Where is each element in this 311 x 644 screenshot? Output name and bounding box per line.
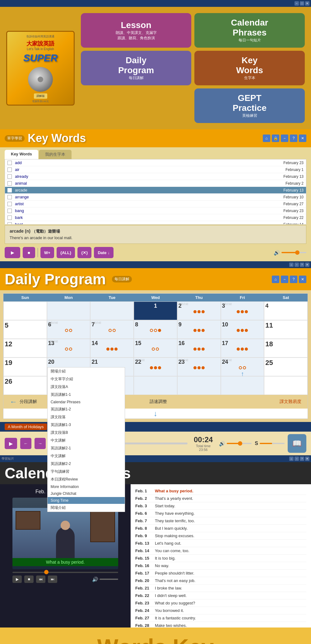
dropdown-item-4[interactable]: 英語講解1-1 [48,391,125,399]
phrase-item-23[interactable]: Feb. 23 What do you suggest? [135,599,306,607]
cal-cell-18[interactable]: 18 [264,339,308,358]
dropdown-item-3[interactable]: 課文段落A [48,383,125,391]
list-item[interactable]: animal February 2 [5,180,306,187]
minimize-icon[interactable]: − [295,1,299,6]
home-icon[interactable]: ⌂ [263,135,270,142]
cal-cell-7[interactable]: 活動介紹 7 [90,320,134,339]
cp-home-icon[interactable]: ⌂ [289,457,294,461]
list-item-arcade[interactable]: arcade February 13 [5,187,306,194]
cp-vol-track[interactable] [100,579,118,580]
dropdown-item-5[interactable]: Calendar Phrases [48,399,125,405]
list-item[interactable]: add February 23 [5,159,306,166]
list-item[interactable]: beat February 14 [5,221,306,225]
cp-minimize-icon[interactable]: − [295,457,299,461]
dropdown-item-10[interactable]: 中文講解 [48,437,125,444]
cal-cell-1[interactable]: 1 [134,301,177,320]
dropdown-item-13[interactable]: 英語講解2-2 [48,460,125,468]
list-item[interactable]: bark February 22 [5,214,306,221]
cal-cell-4[interactable]: 4 [264,301,308,320]
dp-dropdown-menu[interactable]: 開場介紹 中文單字介紹 課文段落A 英語講解1-1 Calendar Phras… [47,367,125,512]
cal-cell-16[interactable]: 16 [177,339,221,358]
kw-list-container[interactable]: add February 23 air February 1 already F… [5,159,306,225]
phrase-item-2[interactable]: Feb. 2 That's a yearly event. [135,495,306,502]
dropdown-item-9[interactable]: 課文段落B [48,429,125,437]
menu-btn-daily[interactable]: DailyProgram 每日講解 [81,51,191,85]
phrase-item-14[interactable]: Feb. 14 You can come, too. [135,547,306,555]
date-sort-button[interactable]: Date ↓ [94,247,113,258]
dp-s-control[interactable]: S [255,441,285,446]
cal-cell-17[interactable]: 17 [221,339,264,358]
volume-track[interactable] [281,252,306,253]
list-item[interactable]: air February 1 [5,166,306,173]
cal-cell-11[interactable]: 11 [264,320,308,339]
dp-help-nav-icon[interactable]: ? [290,276,297,283]
cal-cell-5[interactable]: 5 [3,320,47,339]
cal-cell-2[interactable]: 活動介紹 2 [177,301,221,320]
phrase-item-9[interactable]: Feb. 9 Stop making excuses. [135,532,306,540]
phrase-item-28[interactable]: Feb. 28 Make two wishes. [135,622,306,627]
dropdown-item-17[interactable]: Jungle Chitchat [48,490,125,497]
phrase-item-7[interactable]: Feb. 7 They taste terrific, too. [135,517,306,525]
dp-prev-btn[interactable]: ← [20,438,31,449]
cp-progress-bar[interactable] [12,572,118,573]
dp-minimize-icon[interactable]: − [295,263,299,267]
dp-min-nav-icon[interactable]: − [281,276,288,283]
cp-forward-btn[interactable]: ⏭ [48,575,57,583]
cal-cell-9[interactable]: 9 [177,320,221,339]
dropdown-item-2[interactable]: 中文單字介紹 [48,375,125,383]
tab-keywords[interactable]: Key Words [5,150,38,159]
cp-video-controls[interactable]: ▶ ■ ⏮ ⏭ 🔊 [12,572,118,583]
phrase-item-17[interactable]: Feb. 17 People shouldn't litter. [135,570,306,577]
menu-btn-calendar[interactable]: CalendarPhrases 每日一句短片 [194,13,305,48]
dp-next-btn[interactable]: → [35,438,46,449]
cal-cell-19[interactable]: 19 [3,358,47,376]
dropdown-item-19[interactable]: 閱場介紹 [48,504,125,512]
lock-icon[interactable]: 🔒 [272,135,279,142]
dp-s-track[interactable] [260,443,285,444]
dp-book-btn[interactable]: 📖 [288,434,306,453]
play-button[interactable]: ▶ [5,247,20,258]
cal-cell-3[interactable]: 活動介紹 3 [221,301,264,320]
dropdown-item-16[interactable]: More Information [48,483,125,490]
phrase-item-1[interactable]: Feb. 1 What a busy period. [135,487,306,495]
dropdown-item-15[interactable]: 本日課程Review [48,476,125,483]
dp-home-icon[interactable]: ⌂ [289,263,294,267]
cal-cell-15[interactable]: 15 [134,339,177,358]
shuffle-button[interactable]: {✕} [77,247,91,258]
cal-cell-6[interactable]: 活動介紹 6 [47,320,91,339]
cp-rewind-btn[interactable]: ⏮ [36,575,45,583]
kw-help-icon[interactable]: ? [290,135,297,142]
list-item[interactable]: already February 13 [5,173,306,180]
list-item[interactable]: bang February 23 [5,207,306,214]
dp-vol-track[interactable] [227,443,252,444]
dp-home-nav-icon[interactable]: ⌂ [272,276,279,283]
dp-help-icon[interactable]: ? [300,263,304,267]
dp-close-icon[interactable]: ✕ [305,263,309,267]
cal-cell-12[interactable]: 12 [3,339,47,358]
dropdown-item-12[interactable]: 中文講解 [48,452,125,460]
volume-control[interactable]: 🔊 [274,250,306,256]
cp-play-btn[interactable]: ▶ [12,575,22,583]
dropdown-item-11[interactable]: 英語講解2-1 [48,444,125,452]
list-item[interactable]: artist February 27 [5,201,306,207]
list-item[interactable]: arrange February 10 [5,194,306,201]
kw-close-icon[interactable]: ✕ [299,135,306,142]
phrase-item-21[interactable]: Feb. 21 I broke the law. [135,585,306,592]
phrase-item-13[interactable]: Feb. 13 Let's hang out. [135,540,306,547]
cal-cell-14[interactable]: 14 [90,339,134,358]
menu-btn-lesson[interactable]: Lesson 朗讀、中英課文、克漏字 跟讀、聽寫、角色扮演 [81,13,191,48]
dropdown-item-1[interactable]: 開場介紹 [48,367,125,375]
close-icon[interactable]: ✕ [305,1,309,6]
cp-close-icon[interactable]: ✕ [305,457,309,461]
cal-cell-20-dropdown[interactable]: 20 開場介紹 中文單字介紹 課文段落A 英語講解1-1 Calendar Ph… [47,358,91,376]
cal-cell-10[interactable]: 10 [221,320,264,339]
cal-cell-8[interactable]: 8 [134,320,177,339]
cp-stop-btn[interactable]: ■ [24,575,34,583]
phrase-item-20[interactable]: Feb. 20 That's not an easy job. [135,577,306,585]
cp-phrase-list[interactable]: Feb. 1 What a busy period. Feb. 2 That's… [131,484,311,627]
phrase-item-8[interactable]: Feb. 8 But I learn quickly. [135,525,306,532]
dropdown-item-8[interactable]: 英語講解1-3 [48,421,125,429]
phrase-item-6[interactable]: Feb. 6 They have everything. [135,510,306,517]
cal-cell-25[interactable]: 25 [264,358,308,376]
phrase-item-24[interactable]: Feb. 24 You borrowed it. [135,607,306,614]
